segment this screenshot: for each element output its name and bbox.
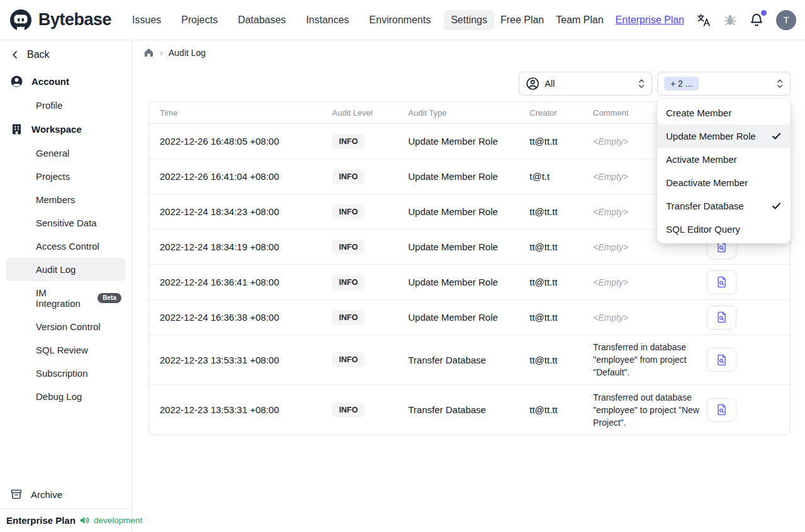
archive-icon [10, 488, 23, 501]
creator-cell: tt@tt.tt [530, 312, 593, 323]
free-plan-link[interactable]: Free Plan [501, 14, 544, 26]
nav-link-projects[interactable]: Projects [174, 10, 225, 30]
menu-item-label: Create Member [666, 108, 731, 118]
sidebar-item-label: Projects [36, 171, 70, 182]
check-icon [771, 201, 782, 211]
comment-cell: <Empty> [593, 313, 628, 323]
user-avatar[interactable]: T [776, 10, 796, 30]
menu-item-label: Deactivate Member [666, 177, 748, 188]
sidebar-item-label: Sensitive Data [36, 218, 97, 228]
menu-item-update-member-role[interactable]: Update Member Role [657, 125, 791, 148]
column-header-audit-level: Audit Level [332, 108, 408, 118]
notification-dot [761, 10, 767, 16]
sidebar-nav: Account Profile Workspace General Pro [0, 67, 131, 408]
creator-cell: tt@tt.tt [530, 241, 593, 252]
main-nav-links: Issues Projects Databases Instances Envi… [125, 10, 494, 30]
plan-bar: Enterprise Plan development [0, 508, 131, 532]
sidebar-item-version-control[interactable]: Version Control [6, 315, 125, 338]
sidebar-item-subscription[interactable]: Subscription [6, 362, 125, 385]
sidebar-item-label: IM Integration [36, 287, 92, 309]
sidebar-section-account: Account [6, 69, 125, 94]
audit-type-filter-value: + 2 ... [664, 77, 699, 91]
audit-type-cell: Update Member Role [408, 206, 530, 217]
table-row: 2022-12-24 16:36:41 +08:00 INFO Update M… [149, 265, 790, 300]
sidebar-item-label: Audit Log [36, 264, 75, 275]
team-plan-link[interactable]: Team Plan [556, 14, 604, 26]
view-payload-button[interactable] [707, 348, 736, 372]
bytebase-logo[interactable]: Bytebase [9, 8, 111, 32]
nav-link-databases[interactable]: Databases [231, 10, 293, 30]
navbar-right: Free Plan Team Plan Enterprise Plan [501, 10, 796, 30]
menu-item-create-member[interactable]: Create Member [657, 101, 791, 125]
table-row: 2022-12-23 13:53:31 +08:00 INFO Transfer… [149, 385, 790, 435]
sidebar-section-workspace: Workspace [6, 117, 125, 141]
audit-level-badge: INFO [332, 204, 365, 219]
menu-item-label: Transfer Database [666, 201, 744, 211]
sidebar-item-label: SQL Review [36, 345, 88, 355]
sidebar-item-audit-log[interactable]: Audit Log [6, 258, 125, 281]
comment-cell: <Empty> [593, 207, 628, 217]
sidebar-item-im-integration[interactable]: IM Integration Beta [6, 281, 125, 315]
settings-sidebar: Back Account Profile [0, 40, 132, 532]
sidebar-item-access-control[interactable]: Access Control [6, 235, 125, 258]
sidebar-item-label: Version Control [36, 321, 101, 332]
sidebar-item-sql-review[interactable]: SQL Review [6, 338, 125, 362]
table-row: 2022-12-24 16:36:38 +08:00 INFO Update M… [149, 300, 790, 335]
time-cell: 2022-12-24 18:34:19 +08:00 [149, 241, 332, 252]
updown-chevron-icon [776, 78, 784, 89]
view-payload-button[interactable] [707, 398, 736, 422]
archive-button[interactable]: Archive [0, 480, 131, 508]
view-payload-button[interactable] [707, 306, 736, 330]
creator-filter-select[interactable]: All [519, 72, 652, 96]
sidebar-item-debug-log[interactable]: Debug Log [6, 385, 125, 408]
audit-type-dropdown-menu: Create Member Update Member Role Activat… [657, 99, 791, 243]
menu-item-label: SQL Editor Query [666, 224, 740, 235]
nav-link-issues[interactable]: Issues [125, 10, 168, 30]
archive-label: Archive [31, 489, 62, 500]
audit-level-badge: INFO [332, 352, 365, 367]
view-payload-button[interactable] [707, 270, 736, 294]
sidebar-item-members[interactable]: Members [6, 188, 125, 211]
menu-item-activate-member[interactable]: Activate Member [657, 148, 791, 171]
chevron-right-icon: › [160, 47, 163, 58]
audit-level-badge: INFO [332, 402, 365, 418]
sidebar-item-projects[interactable]: Projects [6, 165, 125, 188]
audit-type-cell: Update Member Role [408, 277, 530, 287]
nav-link-environments[interactable]: Environments [362, 10, 438, 30]
translate-icon[interactable] [696, 13, 711, 28]
audit-type-filter-select[interactable]: + 2 ... [657, 72, 791, 96]
audit-type-cell: Transfer Database [408, 355, 530, 365]
environment-mode-label: development [94, 516, 142, 525]
beta-badge: Beta [97, 293, 121, 303]
menu-item-transfer-database[interactable]: Transfer Database [657, 194, 791, 218]
menu-item-label: Activate Member [666, 154, 737, 165]
audit-level-badge: INFO [332, 134, 365, 149]
comment-cell: <Empty> [593, 242, 628, 252]
enterprise-plan-link[interactable]: Enterprise Plan [616, 14, 684, 26]
filter-row: All + 2 ... [519, 72, 791, 96]
breadcrumb: › Audit Log [143, 47, 206, 58]
notification-bell-icon[interactable] [749, 13, 764, 28]
sidebar-item-sensitive-data[interactable]: Sensitive Data [6, 211, 125, 235]
time-cell: 2022-12-26 16:41:04 +08:00 [149, 171, 332, 182]
breadcrumb-current: Audit Log [169, 48, 206, 58]
person-circle-icon [526, 77, 540, 91]
sidebar-item-profile[interactable]: Profile [6, 94, 125, 117]
comment-cell: Transferred out database "employee" to p… [593, 387, 699, 433]
column-header-audit-type: Audit Type [408, 108, 530, 118]
menu-item-deactivate-member[interactable]: Deactivate Member [657, 171, 791, 194]
nav-link-instances[interactable]: Instances [299, 10, 356, 30]
sidebar-item-general[interactable]: General [6, 141, 125, 165]
back-button[interactable]: Back [0, 40, 131, 67]
home-icon[interactable] [143, 47, 154, 58]
audit-type-cell: Update Member Role [408, 312, 530, 323]
comment-cell: <Empty> [593, 172, 628, 182]
time-cell: 2022-12-23 13:53:31 +08:00 [149, 355, 332, 365]
nav-link-settings[interactable]: Settings [444, 10, 494, 30]
bug-report-icon[interactable] [723, 13, 737, 27]
main-content: › Audit Log All + 2 ... [132, 40, 805, 532]
menu-item-sql-editor-query[interactable]: SQL Editor Query [657, 218, 791, 241]
audit-type-cell: Update Member Role [408, 171, 530, 182]
column-header-time: Time [149, 108, 332, 118]
time-cell: 2022-12-24 18:34:23 +08:00 [149, 206, 332, 217]
